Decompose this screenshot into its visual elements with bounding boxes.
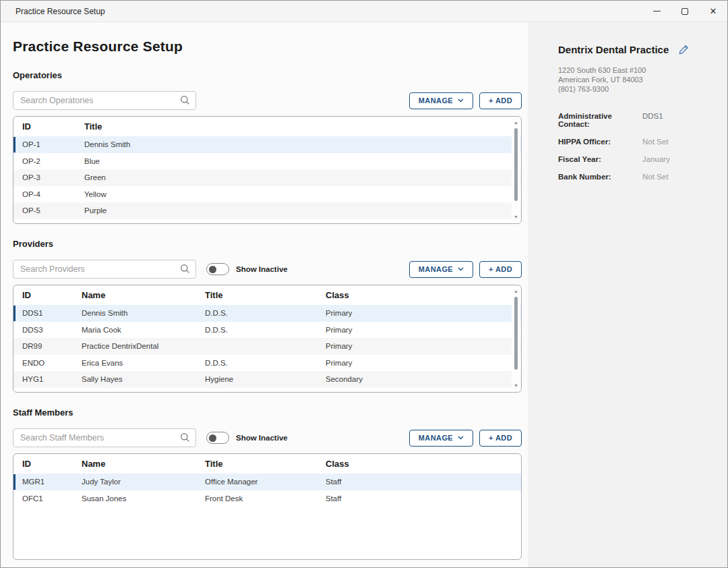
add-button[interactable]: + ADD <box>479 92 522 109</box>
table-cell: Secondary <box>326 375 521 383</box>
column-header: Title <box>205 459 326 469</box>
staff-search-input[interactable] <box>13 428 196 447</box>
table-cell: Purple <box>84 206 521 215</box>
show-inactive-toggle[interactable] <box>206 432 229 444</box>
table-cell: OP-4 <box>22 190 84 198</box>
vertical-scrollbar[interactable]: ▲ ▼ <box>512 286 520 391</box>
table-cell: Erica Evans <box>82 359 205 367</box>
table-cell: OP-2 <box>22 157 84 165</box>
table-body: MGR1Judy TaylorOffice ManagerStaffOFC1Su… <box>13 474 521 507</box>
table-cell: OP-3 <box>22 173 84 181</box>
scroll-up-icon[interactable]: ▲ <box>512 119 520 126</box>
column-header: ID <box>22 459 82 469</box>
manage-button[interactable]: MANAGE <box>409 430 473 447</box>
column-header: ID <box>22 121 84 132</box>
table-cell: Maria Cook <box>82 326 205 334</box>
table-row[interactable]: OP-1Dennis Smith <box>13 136 521 153</box>
operatories-search <box>13 91 196 110</box>
table-row[interactable]: DR99Practice DentrixDentalPrimary <box>13 338 521 355</box>
column-header: Class <box>326 459 521 469</box>
search-icon <box>180 264 190 274</box>
column-header: Name <box>82 290 205 300</box>
detail-label: HIPPA Officer: <box>558 138 642 146</box>
scrollbar-thumb[interactable] <box>514 128 518 201</box>
table-cell: Dennis Smith <box>84 140 521 148</box>
operatories-search-input[interactable] <box>13 91 196 110</box>
table-cell: Primary <box>326 392 521 393</box>
table-row[interactable]: OP-5Purple <box>13 202 521 219</box>
table-cell: Office Manager <box>205 478 326 486</box>
table-cell: Primary <box>326 326 521 334</box>
scroll-down-icon[interactable]: ▼ <box>512 214 520 221</box>
edit-practice-button[interactable] <box>678 44 690 55</box>
table-cell: Dennis Smith <box>82 309 205 317</box>
providers-table: IDNameTitleClassDDS1Dennis SmithD.D.S.Pr… <box>13 285 522 393</box>
show-inactive-toggle[interactable] <box>206 263 229 275</box>
table-cell: OFC1 <box>22 494 82 503</box>
table-row[interactable]: OP-4Yellow <box>13 186 521 203</box>
table-cell: Judy Taylor <box>82 478 205 486</box>
operatories-controls: MANAGE + ADD <box>13 91 522 110</box>
table-row[interactable]: OP-3Green <box>13 169 521 186</box>
table-cell: D.D.S. <box>205 309 326 317</box>
practice-name-row: Dentrix Dental Practice <box>558 44 714 55</box>
table-row[interactable]: HYG1Sally HayesHygieneSecondary <box>13 371 521 388</box>
practice-address: 1220 South 630 East #100 American Fork, … <box>558 65 714 94</box>
add-button[interactable]: + ADD <box>479 430 522 447</box>
staff-buttons: MANAGE + ADD <box>409 430 522 447</box>
providers-search-input[interactable] <box>13 260 196 279</box>
vertical-scrollbar[interactable]: ▲ ▼ <box>512 117 520 223</box>
detail-row: Bank Number: Not Set <box>558 173 714 181</box>
close-button[interactable]: ✕ <box>699 1 727 22</box>
table-row[interactable]: ENDOErica EvansD.D.S.Primary <box>13 355 521 372</box>
address-line: 1220 South 630 East #100 <box>558 65 714 75</box>
manage-button[interactable]: MANAGE <box>409 92 473 109</box>
table-cell: Hygiene <box>205 375 326 383</box>
staff-search <box>13 428 196 447</box>
table-cell: Green <box>84 173 521 181</box>
scrollbar-thumb[interactable] <box>514 297 518 370</box>
manage-button-label: MANAGE <box>419 96 453 105</box>
window-content: Practice Resource Setup Operatories MANA… <box>1 22 727 567</box>
manage-button[interactable]: MANAGE <box>409 261 473 278</box>
table-row[interactable]: MGR1Judy TaylorOffice ManagerStaff <box>13 474 521 490</box>
minimize-button[interactable] <box>642 1 671 22</box>
table-cell: D.D.S. <box>205 326 326 334</box>
table-header-row: IDTitle <box>13 117 521 136</box>
window-controls: ✕ <box>642 1 727 22</box>
table-row[interactable]: ORTHOscar OliversonPrimary <box>13 388 521 393</box>
chevron-down-icon <box>458 98 464 103</box>
detail-label: Administrative Contact: <box>558 112 642 128</box>
table-row[interactable]: DDS3Maria CookD.D.S.Primary <box>13 322 521 339</box>
table-row[interactable]: OP-2Blue <box>13 153 521 170</box>
add-button[interactable]: + ADD <box>479 261 522 278</box>
column-header: Title <box>205 290 326 300</box>
providers-show-inactive: Show Inactive <box>206 263 288 275</box>
table-cell: Primary <box>326 359 521 367</box>
manage-button-label: MANAGE <box>419 434 453 442</box>
scroll-down-icon[interactable]: ▼ <box>512 382 520 389</box>
operatories-buttons: MANAGE + ADD <box>409 92 522 109</box>
table-row[interactable]: OFC1Susan JonesFront DeskStaff <box>13 490 521 507</box>
table-cell: OP-1 <box>22 140 84 148</box>
table-cell: DDS3 <box>22 326 82 334</box>
detail-label: Fiscal Year: <box>558 155 642 163</box>
toggle-knob-icon <box>209 266 216 273</box>
operatories-table: IDTitleOP-1Dennis SmithOP-2BlueOP-3Green… <box>13 116 522 224</box>
address-phone: (801) 763-9300 <box>558 84 714 94</box>
table-cell: Blue <box>84 157 521 165</box>
manage-button-label: MANAGE <box>419 265 453 273</box>
staff-table: IDNameTitleClassMGR1Judy TaylorOffice Ma… <box>13 453 522 560</box>
page-title: Practice Resource Setup <box>13 38 522 55</box>
maximize-button[interactable] <box>671 1 699 22</box>
table-row[interactable]: DDS1Dennis SmithD.D.S.Primary <box>13 305 521 322</box>
maximize-icon <box>681 8 688 15</box>
practice-resource-setup-window: Practice Resource Setup ✕ Practice Resou… <box>0 0 728 568</box>
minimize-icon <box>653 11 661 11</box>
detail-value: Not Set <box>642 173 668 181</box>
table-row[interactable]: OP-6Orange <box>13 219 521 225</box>
table-cell: DDS1 <box>22 309 82 317</box>
detail-row: HIPPA Officer: Not Set <box>558 138 714 146</box>
scroll-up-icon[interactable]: ▲ <box>512 288 520 295</box>
search-icon <box>180 95 190 105</box>
